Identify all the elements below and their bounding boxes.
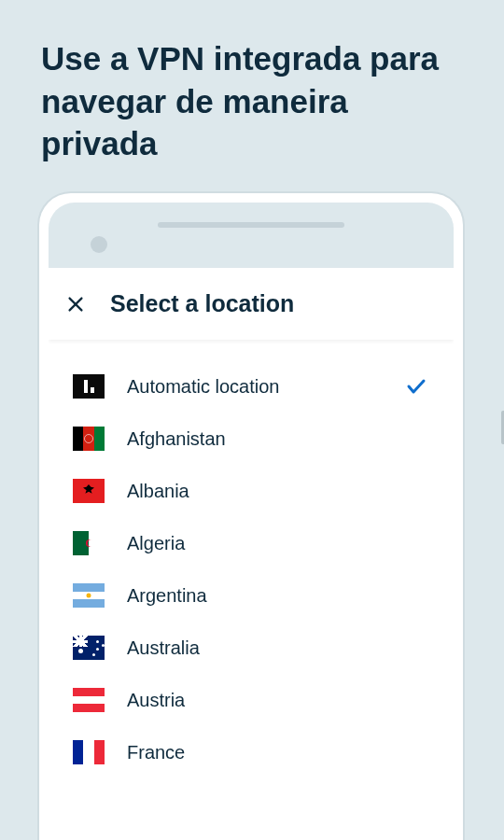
- france-flag-icon: [73, 740, 105, 764]
- automatic-icon: [73, 374, 105, 399]
- location-label: Albania: [127, 481, 427, 502]
- algeria-flag-icon: [73, 531, 105, 555]
- location-row-france[interactable]: France: [49, 726, 454, 778]
- location-label: France: [127, 742, 427, 763]
- location-label: Algeria: [127, 533, 427, 554]
- sheet-title: Select a location: [110, 290, 294, 317]
- phone-screen: Select a location Automatic location: [49, 203, 454, 840]
- location-row-afghanistan[interactable]: Afghanistan: [49, 413, 454, 465]
- location-row-albania[interactable]: Albania: [49, 465, 454, 517]
- location-label: Austria: [127, 690, 427, 711]
- albania-flag-icon: [73, 479, 105, 503]
- afghanistan-flag-icon: [73, 427, 105, 451]
- location-row-australia[interactable]: Australia: [49, 622, 454, 674]
- location-row-automatic[interactable]: Automatic location: [49, 360, 454, 413]
- location-list[interactable]: Automatic location Afghanistan Al: [49, 340, 454, 840]
- sheet-header: Select a location: [49, 268, 454, 340]
- location-label: Automatic location: [127, 376, 383, 398]
- location-label: Australia: [127, 637, 427, 659]
- location-row-algeria[interactable]: Algeria: [49, 517, 454, 569]
- close-icon[interactable]: [65, 294, 86, 315]
- headline-text: Use a VPN integrada para navegar de mane…: [0, 0, 504, 184]
- location-sheet: Select a location Automatic location: [49, 268, 454, 840]
- argentina-flag-icon: [73, 583, 105, 608]
- phone-camera: [91, 236, 107, 253]
- check-icon: [405, 375, 427, 398]
- australia-flag-icon: [73, 636, 105, 660]
- location-row-argentina[interactable]: Argentina: [49, 569, 454, 622]
- location-label: Afghanistan: [127, 428, 427, 450]
- phone-frame: Select a location Automatic location: [37, 191, 465, 840]
- austria-flag-icon: [73, 688, 105, 712]
- phone-speaker: [158, 222, 344, 228]
- location-row-austria[interactable]: Austria: [49, 674, 454, 726]
- location-label: Argentina: [127, 585, 427, 607]
